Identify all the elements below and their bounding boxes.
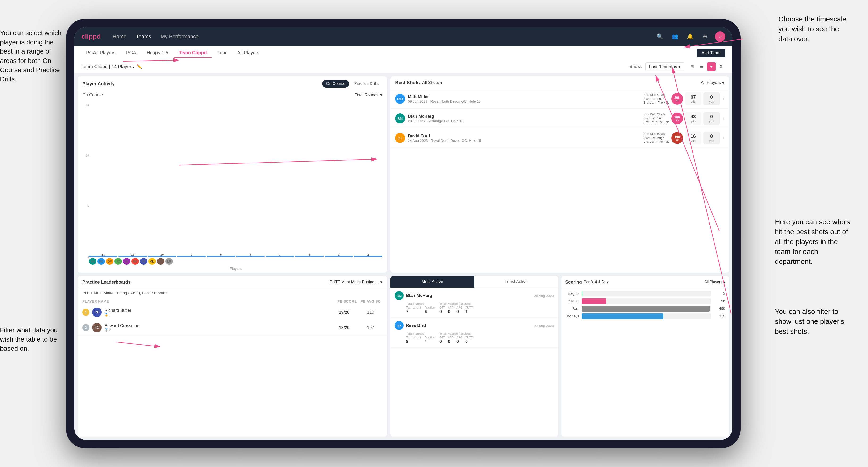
bar-r-butler: 3 — [266, 253, 294, 257]
ma-name-1: Blair McHarg — [406, 293, 534, 298]
avatar-button[interactable]: U — [715, 31, 725, 42]
player-avatar-5[interactable]: EE — [123, 258, 130, 264]
player-avatar-3[interactable]: DF — [106, 258, 114, 264]
player-activity-panel: Player Activity On Course Practice Drill… — [78, 76, 387, 273]
player-avatar-1[interactable]: BM — [89, 258, 96, 264]
ma-app-1: 0 — [448, 309, 454, 314]
lb-row-1[interactable]: 1 RB Richard Butler 🏅 1 19/20 110 — [78, 305, 387, 320]
nav-logo: clippd — [81, 33, 101, 40]
nav-performance[interactable]: My Performance — [161, 32, 198, 41]
score-bar-birdies — [582, 299, 606, 304]
y-label-15: 15 — [86, 103, 89, 106]
ma-app-2: 0 — [448, 339, 454, 344]
shot-avatar-1: MM — [395, 94, 405, 104]
ma-tournament-val-2: 8 — [406, 339, 421, 344]
search-button[interactable]: 🔍 — [654, 31, 665, 42]
list-view-button[interactable]: ☰ — [698, 62, 706, 71]
bar-d-ford: 10 — [148, 253, 177, 257]
navbar: clippd Home Teams My Performance 🔍 👥 🔔 ⊕… — [74, 27, 733, 46]
heart-view-button[interactable]: ♥ — [707, 62, 716, 71]
show-label: Show: — [629, 64, 642, 69]
bell-button[interactable]: 🔔 — [685, 31, 695, 42]
plus-circle-button[interactable]: ⊕ — [700, 31, 710, 42]
ma-tournament-val-1: 7 — [406, 309, 421, 314]
annotation-timescale: Choose the timescale you wish to see the… — [778, 14, 854, 44]
score-row-birdies: Birdies 96 — [565, 299, 725, 304]
score-count-bogeys: 315 — [714, 314, 725, 318]
player-avatar-4[interactable]: JC — [115, 258, 122, 264]
player-avatar-2[interactable]: RB — [97, 258, 105, 264]
nav-teams[interactable]: Teams — [136, 32, 151, 41]
tab-practice-drills[interactable]: Practice Drills — [350, 80, 382, 88]
tab-pga[interactable]: PGA — [121, 48, 141, 58]
users-button[interactable]: 👥 — [670, 31, 680, 42]
shot-info-2: Blair McHarg 23 Jul 2023 · Ashridge GC, … — [408, 114, 641, 123]
shot-chevron-2[interactable]: › — [723, 115, 724, 121]
nav-home[interactable]: Home — [113, 32, 126, 41]
shot-card-3[interactable]: DF David Ford 24 Aug 2023 · Royal North … — [390, 128, 729, 148]
shot-card-2[interactable]: BM Blair McHarg 23 Jul 2023 · Ashridge G… — [390, 109, 729, 128]
lb-filter[interactable]: PUTT Must Make Putting ... ▾ — [330, 280, 382, 285]
scoring-players-filter[interactable]: All Players ▾ — [704, 280, 725, 284]
player-avatar-6[interactable]: GB — [131, 258, 139, 264]
tab-least-active[interactable]: Least Active — [474, 276, 558, 287]
annotation-best-shots: Here you can see who's hit the best shot… — [775, 217, 855, 267]
tab-most-active[interactable]: Most Active — [390, 276, 474, 287]
shots-players-filter[interactable]: All Players ▾ — [701, 80, 724, 85]
scoring-par-filter[interactable]: Par 3, 4 & 5s ▾ — [584, 280, 609, 284]
shots-filter[interactable]: All Shots ▾ — [422, 80, 442, 85]
shot-chevron-1[interactable]: › — [723, 96, 724, 102]
tab-pgat-players[interactable]: PGAT Players — [81, 48, 120, 58]
score-bar-bogeys — [582, 313, 663, 319]
tab-on-course[interactable]: On Course — [322, 80, 349, 88]
ma-total-rounds-group-2: Total Rounds Tournament 8 Practice 4 — [406, 332, 435, 344]
score-row-bogeys: Bogeys 315 — [565, 313, 725, 319]
shot-avatar-3: DF — [395, 133, 405, 143]
ma-practice-cols-1: GTT 0 APP 0 ARG 0 — [439, 306, 473, 314]
player-avatar-8[interactable]: MM — [148, 258, 156, 264]
time-period-select[interactable]: Last 3 months ▾ — [645, 62, 684, 71]
score-count-pars: 499 — [714, 307, 725, 311]
nav-links: Home Teams My Performance — [113, 32, 654, 41]
settings-view-button[interactable]: ⚙ — [717, 62, 725, 71]
chart-filter-select[interactable]: Total Rounds ▾ — [355, 92, 382, 97]
scoring-panel: Scoring Par 3, 4 & 5s ▾ All Players ▾ Ea… — [561, 276, 729, 437]
score-row-eagles: Eagles 3 — [565, 291, 725, 297]
shot-card-1[interactable]: MM Matt Miller 09 Jun 2023 · Royal North… — [390, 89, 729, 109]
chart-section-title: On Course — [82, 92, 103, 97]
lb-title: Practice Leaderboards — [82, 280, 131, 285]
ma-player-top-1: BM Blair McHarg 26 Aug 2023 — [395, 291, 554, 300]
x-axis-label: Players — [89, 266, 382, 272]
shot-text-3: Shot Dist: 16 yds Start Lie: Rough End L… — [644, 132, 669, 144]
shot-text-1: Shot Dist: 67 yds Start Lie: Rough End L… — [644, 93, 669, 105]
player-avatar-10[interactable]: LR — [165, 258, 173, 264]
team-name: Team Clippd | 14 Players — [81, 64, 134, 69]
score-bar-eagles — [582, 291, 582, 297]
ma-gtt-1: 0 — [439, 309, 445, 314]
tab-all-players[interactable]: All Players — [232, 48, 264, 58]
player-avatar-7[interactable]: RB — [140, 258, 148, 264]
sub-tabs: PGAT Players PGA Hcaps 1-5 Team Clippd T… — [74, 46, 733, 60]
ma-player-top-2: RB Rees Britt 02 Sep 2023 — [395, 321, 554, 330]
shot-text-2: Shot Dist: 43 yds Start Lie: Rough End L… — [644, 113, 669, 124]
tab-tour[interactable]: Tour — [213, 48, 231, 58]
tab-hcaps[interactable]: Hcaps 1-5 — [142, 48, 173, 58]
bar-b-mcharg: 13 — [89, 253, 118, 257]
edit-icon[interactable]: ✏️ — [136, 64, 142, 69]
grid-view-button[interactable]: ⊞ — [688, 62, 696, 71]
shot-stat-dist-1: 67 yds — [685, 92, 702, 105]
player-avatar-9[interactable]: EC — [157, 258, 164, 264]
chevron-down-icon: ▾ — [678, 64, 681, 69]
shot-details-2: 23 Jul 2023 · Ashridge GC, Hole 15 — [408, 119, 641, 123]
tab-team-clippd[interactable]: Team Clippd — [174, 48, 212, 58]
lb-score-1: 19/20 — [332, 310, 356, 315]
shot-chevron-3[interactable]: › — [723, 135, 724, 141]
scoring-chevron-icon: ▾ — [607, 280, 609, 284]
lb-row-2[interactable]: 2 EC Edward Crossman 🥈 2 18/20 107 — [78, 320, 387, 335]
ma-avatar-1: BM — [395, 291, 404, 300]
annotation-filter: Filter what data you wish the table to b… — [0, 325, 67, 353]
shots-chevron-icon: ▾ — [440, 80, 442, 85]
ma-total-rounds-group-1: Total Rounds Tournament 7 Practice 6 — [406, 302, 435, 314]
shot-badge-1: 200 SG — [671, 93, 683, 105]
add-team-button[interactable]: Add Team — [697, 49, 725, 57]
